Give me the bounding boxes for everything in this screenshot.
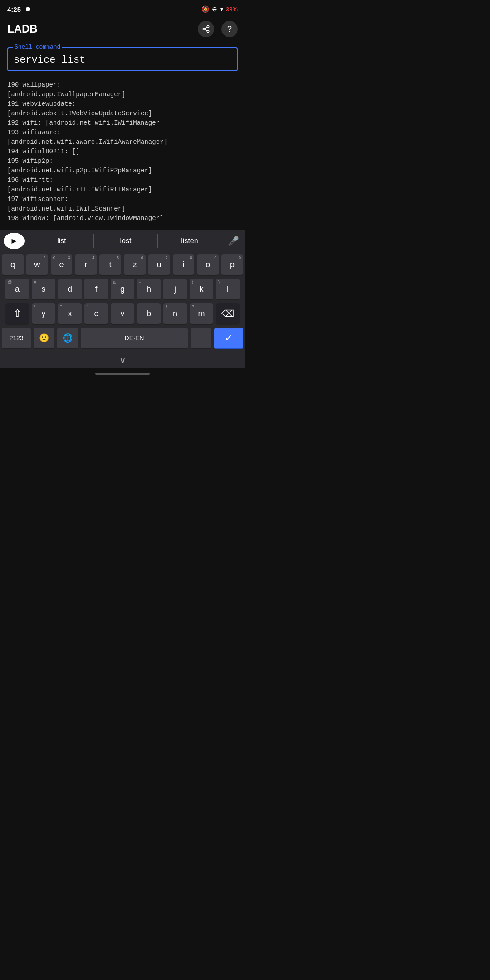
key-j[interactable]: +j — [163, 279, 187, 300]
output-line: [android.net.wifi.aware.IWifiAwareManage… — [7, 137, 238, 147]
key-l[interactable]: )l — [216, 279, 240, 300]
period-key[interactable]: . — [191, 328, 211, 349]
emoji-key[interactable]: 🙂 — [34, 328, 54, 349]
key-h[interactable]: -h — [137, 279, 161, 300]
svg-line-3 — [205, 29, 207, 31]
key-t[interactable]: 5t — [99, 254, 121, 276]
key-num-label: 9 — [214, 255, 216, 260]
key-y[interactable]: *y — [32, 303, 55, 325]
key-symbol: ' — [87, 304, 88, 309]
shell-field-label: Shell command — [13, 44, 62, 50]
suggestion-item-2[interactable]: listen — [158, 234, 221, 248]
key-symbol: ? — [192, 304, 194, 309]
output-line: [android.app.IWallpaperManager] — [7, 90, 238, 99]
space-label: DE·EN — [125, 334, 144, 342]
output-line: 195 wifip2p: — [7, 157, 238, 166]
key-m[interactable]: ?m — [190, 303, 213, 325]
key-sym-label: & — [113, 280, 116, 284]
help-icon: ? — [227, 24, 232, 34]
shell-command-input[interactable] — [14, 54, 231, 66]
key-v[interactable]: :v — [111, 303, 134, 325]
output-line: [android.webkit.IWebViewUpdateService] — [7, 109, 238, 118]
key-sym-label: ) — [218, 280, 220, 284]
key-symbol: ! — [166, 304, 167, 309]
enter-key[interactable]: ✓ — [214, 328, 243, 349]
keyboard-suggestions: ► list lost listen 🎤 — [0, 230, 245, 251]
backspace-icon: ⌫ — [221, 308, 234, 319]
key-k[interactable]: (k — [190, 279, 213, 300]
wifi-icon: ▾ — [220, 5, 223, 13]
help-button[interactable]: ? — [221, 21, 238, 37]
output-line: 191 webviewupdate: — [7, 99, 238, 109]
suggestion-item-1[interactable]: lost — [94, 234, 158, 248]
key-i[interactable]: 8i — [173, 254, 195, 276]
key-g[interactable]: &g — [111, 279, 134, 300]
key-row-2: @a#sdf&g-h+j(k)l — [2, 279, 243, 300]
key-sym-label: - — [139, 280, 141, 284]
key-a[interactable]: @a — [5, 279, 29, 300]
svg-point-1 — [203, 28, 205, 30]
globe-key[interactable]: 🌐 — [57, 328, 78, 349]
key-sym-label: # — [34, 280, 36, 284]
key-num-label: 0 — [239, 255, 241, 260]
suggestion-item-0[interactable]: list — [30, 234, 94, 248]
suggestion-items: list lost listen — [30, 234, 221, 248]
space-key[interactable]: DE·EN — [81, 328, 188, 349]
status-left: 4:25 ⏺ — [7, 5, 31, 13]
chevron-down-area[interactable]: ∨ — [0, 353, 245, 368]
battery-display: 38% — [226, 6, 238, 13]
key-num-label: 6 — [141, 255, 143, 260]
emoji-icon: 🙂 — [39, 333, 49, 343]
key-q[interactable]: 1q — [2, 254, 24, 276]
output-line: [android.net.wifi.IWifiScanner] — [7, 204, 238, 214]
app-bar: LADB ? — [0, 16, 245, 42]
key-num-label: 8 — [190, 255, 192, 260]
svg-line-4 — [205, 27, 207, 29]
nav-gesture-bar — [0, 368, 245, 380]
key-f[interactable]: f — [84, 279, 108, 300]
key-z[interactable]: 6z — [124, 254, 146, 276]
svg-point-0 — [207, 26, 209, 28]
num-sym-key[interactable]: ?123 — [2, 328, 31, 349]
key-row-1: 1q2w3€e4r5t6z7u8i9o0p — [2, 254, 243, 276]
key-o[interactable]: 9o — [197, 254, 219, 276]
bottom-row: ?123 🙂 🌐 DE·EN . ✓ — [2, 328, 243, 349]
output-line: 194 wifinl80211: [] — [7, 147, 238, 157]
app-bar-actions: ? — [198, 21, 238, 37]
key-num-label: 2 — [44, 255, 46, 260]
output-line: 190 wallpaper: — [7, 80, 238, 90]
globe-icon: 🌐 — [63, 333, 73, 343]
shift-icon: ⇧ — [13, 308, 21, 319]
keyboard: 1q2w3€e4r5t6z7u8i9o0p @a#sdf&g-h+j(k)l ⇧… — [0, 251, 245, 353]
key-w[interactable]: 2w — [26, 254, 48, 276]
key-p[interactable]: 0p — [221, 254, 243, 276]
key-c[interactable]: 'c — [84, 303, 108, 325]
key-s[interactable]: #s — [32, 279, 55, 300]
key-num-label: 5 — [117, 255, 119, 260]
suggestions-expand-button[interactable]: ► — [4, 233, 24, 249]
backspace-key[interactable]: ⌫ — [216, 303, 240, 325]
key-row-3: ⇧ *y "x 'c :v ;b !n ?m ⌫ — [2, 303, 243, 325]
key-x[interactable]: "x — [58, 303, 82, 325]
num-sym-label: ?123 — [9, 334, 23, 342]
key-d[interactable]: d — [58, 279, 82, 300]
output-line: 198 window: [android.view.IWindowManager… — [7, 214, 238, 223]
time-display: 4:25 — [7, 5, 21, 13]
output-line: 192 wifi: [android.net.wifi.IWifiManager… — [7, 118, 238, 128]
notification-icon: ⏺ — [24, 5, 31, 13]
key-b[interactable]: ;b — [137, 303, 161, 325]
key-u[interactable]: 7u — [148, 254, 170, 276]
key-sym-label: + — [166, 280, 168, 284]
key-n[interactable]: !n — [163, 303, 187, 325]
home-gesture-indicator — [95, 373, 150, 375]
key-r[interactable]: 4r — [75, 254, 97, 276]
share-button[interactable] — [198, 21, 214, 37]
chevron-down-icon: ∨ — [119, 355, 126, 366]
key-symbol: " — [60, 304, 62, 309]
mic-button[interactable]: 🎤 — [225, 233, 241, 249]
shift-key[interactable]: ⇧ — [5, 303, 29, 325]
shell-field-wrapper: Shell command — [7, 47, 238, 71]
key-symbol: : — [113, 304, 114, 309]
key-e[interactable]: 3€e — [51, 254, 73, 276]
key-num-label: 1 — [19, 255, 21, 260]
